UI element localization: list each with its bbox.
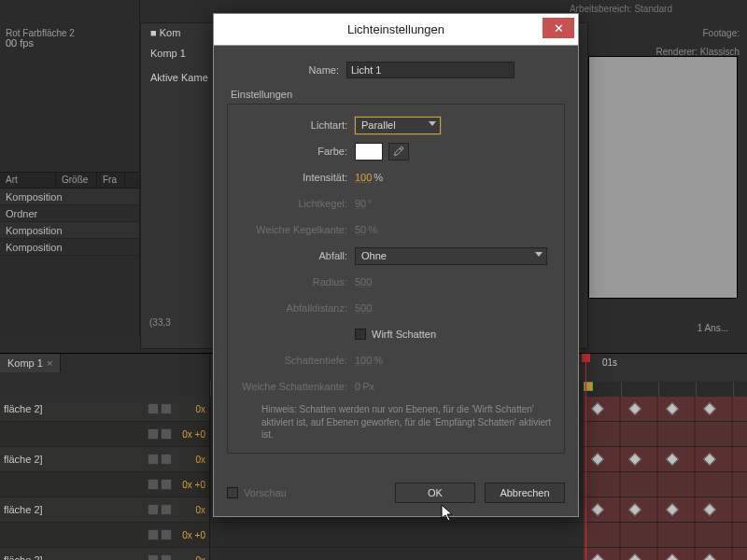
timeline-left: Komp 1× fläche 2]0x 0x +0 fläche 2]0x 0x… — [0, 354, 210, 560]
project-row[interactable]: Ordner — [0, 205, 139, 222]
keyframe-icon[interactable] — [628, 503, 641, 516]
layer-row[interactable]: 0x +0 — [0, 422, 209, 447]
layer-value[interactable]: 0x — [177, 455, 209, 465]
time-label-01s: 01s — [602, 357, 617, 368]
comp-name[interactable]: Komp 1 — [150, 48, 186, 59]
keyframe-icon[interactable] — [591, 553, 604, 560]
keyframe-icon[interactable] — [591, 503, 604, 516]
intensitaet-value[interactable]: 100 — [355, 172, 372, 183]
layer-row[interactable]: fläche 2]0x — [0, 447, 209, 472]
keyframe-row[interactable] — [210, 523, 747, 548]
layer-row[interactable]: fläche 2]0x — [0, 548, 209, 560]
switch-icon[interactable] — [148, 428, 159, 440]
abfalldistanz-value: 500 — [355, 302, 372, 314]
keyframe-icon[interactable] — [591, 402, 604, 415]
viewer-area[interactable] — [588, 56, 738, 299]
layer-value[interactable]: 0x — [177, 404, 209, 414]
switch-icon[interactable] — [161, 454, 172, 465]
close-icon[interactable]: × — [47, 357, 52, 369]
playhead[interactable] — [585, 354, 586, 560]
lichtart-value: Parallel — [361, 119, 396, 131]
comp-tab[interactable]: ■ Kom — [150, 27, 180, 38]
dialog-titlebar[interactable]: Lichteinstellungen ✕ — [214, 14, 578, 46]
intensitaet-unit: % — [374, 172, 383, 183]
radius-label: Radius: — [235, 276, 355, 287]
zoom-label[interactable]: (33,3 — [149, 317, 171, 328]
color-swatch[interactable] — [355, 143, 383, 161]
intensitaet-label: Intensität: — [235, 172, 355, 183]
keyframe-row[interactable] — [210, 548, 747, 560]
switch-icon[interactable] — [161, 529, 172, 540]
keyframe-icon[interactable] — [703, 402, 716, 415]
lichtkegel-unit: ° — [368, 198, 372, 209]
wirft-schatten-checkbox[interactable] — [355, 329, 366, 340]
keyframe-icon[interactable] — [666, 553, 679, 560]
keyframe-icon[interactable] — [591, 453, 604, 466]
layer-value[interactable]: 0x +0 — [177, 480, 209, 490]
lichtart-dropdown[interactable]: Parallel — [355, 117, 441, 134]
keyframe-icon[interactable] — [628, 553, 641, 560]
abfall-dropdown[interactable]: Ohne — [355, 247, 547, 265]
keyframe-icon[interactable] — [666, 402, 679, 415]
eyedropper-button[interactable] — [388, 143, 409, 161]
project-row[interactable]: Komposition — [0, 239, 139, 256]
switch-icon[interactable] — [161, 403, 172, 414]
keyframe-icon[interactable] — [703, 503, 716, 516]
col-groesse[interactable]: Größe — [56, 173, 97, 188]
keyframe-icon[interactable] — [628, 453, 641, 466]
ruler-dropdown[interactable]: 1 Ans... — [698, 323, 728, 333]
chevron-down-icon — [429, 121, 436, 126]
schattenkante-label: Weiche Schattenkante: — [235, 381, 355, 392]
keyframe-icon[interactable] — [628, 402, 641, 415]
layer-row[interactable]: fläche 2]0x — [0, 397, 209, 422]
schattenkante-value: 0 — [355, 381, 360, 392]
chevron-down-icon — [535, 252, 543, 257]
close-button[interactable]: ✕ — [543, 18, 574, 38]
radius-value: 500 — [355, 276, 372, 287]
schattenkante-unit: Px — [362, 381, 374, 392]
name-input[interactable] — [346, 62, 514, 78]
col-art[interactable]: Art — [0, 173, 56, 188]
workspace-label: Arbeitsbereich: Standard — [570, 4, 672, 14]
project-item-top: Rot Farbfläche 2 — [6, 28, 75, 38]
layer-value[interactable]: 0x +0 — [177, 530, 209, 540]
project-rows: Komposition Ordner Komposition Kompositi… — [0, 189, 139, 256]
switch-icon[interactable] — [161, 479, 172, 490]
settings-group-label: Einstellungen — [231, 89, 565, 100]
keyframe-icon[interactable] — [703, 553, 716, 560]
switch-icon[interactable] — [148, 403, 159, 414]
wirft-schatten-label: Wirft Schatten — [372, 329, 436, 340]
switch-icon[interactable] — [161, 554, 172, 560]
project-row[interactable]: Komposition — [0, 222, 139, 239]
keyframe-icon[interactable] — [703, 453, 716, 466]
dialog-footer: Vorschau OK Abbrechen — [214, 473, 578, 516]
layer-row[interactable]: 0x +0 — [0, 523, 209, 548]
col-fra[interactable]: Fra — [97, 173, 125, 188]
keyframe-icon[interactable] — [666, 453, 679, 466]
kegelkante-value: 50 — [355, 224, 366, 235]
layer-value[interactable]: 0x — [177, 555, 209, 561]
switch-icon[interactable] — [148, 454, 159, 465]
layer-row[interactable]: fläche 2]0x — [0, 497, 209, 523]
vorschau-label: Vorschau — [244, 487, 287, 498]
project-row[interactable]: Komposition — [0, 189, 139, 205]
keyframe-icon[interactable] — [666, 503, 679, 516]
switch-icon[interactable] — [148, 554, 159, 560]
layer-value[interactable]: 0x — [177, 505, 209, 515]
switch-icon[interactable] — [148, 504, 159, 515]
switch-icon[interactable] — [148, 479, 159, 490]
layer-row[interactable]: 0x +0 — [0, 472, 209, 497]
abfall-value: Ohne — [361, 250, 387, 261]
cancel-button[interactable]: Abbrechen — [485, 483, 565, 503]
switch-icon[interactable] — [148, 529, 159, 540]
farbe-label: Farbe: — [235, 146, 355, 157]
switch-icon[interactable] — [161, 504, 172, 515]
renderer-label: Renderer: Klassisch — [656, 47, 740, 57]
name-label: Name: — [227, 64, 346, 76]
abfall-label: Abfall: — [235, 250, 355, 261]
switch-icon[interactable] — [161, 428, 172, 440]
light-settings-dialog: Lichteinstellungen ✕ Name: Einstellungen… — [213, 13, 579, 517]
layer-value[interactable]: 0x +0 — [177, 429, 209, 440]
timeline-tab[interactable]: Komp 1× — [0, 354, 61, 372]
ok-button[interactable]: OK — [395, 483, 475, 503]
